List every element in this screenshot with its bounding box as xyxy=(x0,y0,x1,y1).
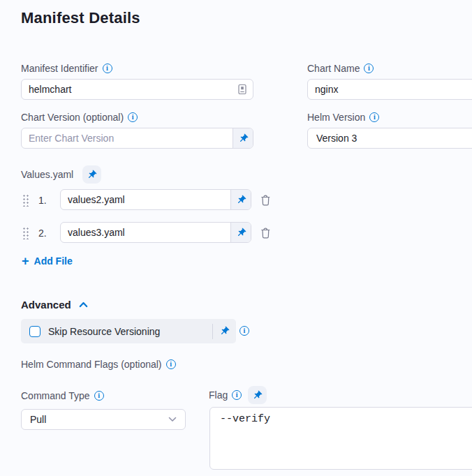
values-file-field xyxy=(60,222,251,243)
chart-version-input[interactable] xyxy=(22,128,233,148)
skip-resource-versioning-checkbox[interactable] xyxy=(29,326,40,337)
values-yaml-header: Values.yaml xyxy=(21,165,101,184)
command-type-label: Command Type i xyxy=(21,390,104,401)
delete-file-button[interactable] xyxy=(260,227,272,239)
info-icon[interactable]: i xyxy=(166,359,176,369)
pin-toggle[interactable] xyxy=(213,326,236,336)
info-icon[interactable]: i xyxy=(369,112,379,122)
flag-textarea[interactable]: --verify xyxy=(209,407,472,470)
command-type-select[interactable]: Pull xyxy=(21,409,186,430)
add-file-button[interactable]: + Add File xyxy=(22,255,73,267)
values-file-input[interactable] xyxy=(61,190,230,209)
trash-icon xyxy=(260,194,272,207)
chart-version-field xyxy=(21,128,253,149)
pin-icon xyxy=(219,326,230,336)
chart-version-label: Chart Version (optional) i xyxy=(21,112,138,123)
helm-version-select[interactable]: Version 3 xyxy=(307,128,472,149)
trash-icon xyxy=(260,227,272,239)
values-file-field xyxy=(60,189,251,210)
chevron-up-icon xyxy=(79,302,88,308)
values-file-input[interactable] xyxy=(61,223,230,242)
manifest-identifier-label: Manifest Identifier i xyxy=(21,63,112,74)
info-icon[interactable]: i xyxy=(103,64,112,73)
pin-icon xyxy=(87,170,97,180)
manifest-identifier-input[interactable] xyxy=(21,79,253,100)
manifest-identifier-field xyxy=(21,79,253,100)
pin-toggle-button[interactable] xyxy=(248,386,267,404)
info-icon[interactable]: i xyxy=(364,64,374,73)
delete-file-button[interactable] xyxy=(260,194,272,207)
edit-id-icon[interactable] xyxy=(237,84,247,95)
pin-icon xyxy=(252,390,263,401)
drag-handle-icon[interactable] xyxy=(22,226,29,239)
page-title: Manifest Details xyxy=(21,9,140,27)
pin-icon xyxy=(236,195,246,205)
drag-handle-icon[interactable] xyxy=(22,193,29,207)
pin-icon xyxy=(238,133,249,144)
file-index: 1. xyxy=(38,195,47,206)
flag-label: Flag i xyxy=(209,389,242,401)
file-index: 2. xyxy=(38,228,47,239)
pin-toggle[interactable] xyxy=(233,128,253,148)
skip-resource-versioning-label: Skip Resource Versioning xyxy=(48,326,212,337)
manifest-details-form: Manifest Details Manifest Identifier i C… xyxy=(0,0,472,476)
helm-command-flags-label: Helm Command Flags (optional) i xyxy=(21,359,176,370)
chart-name-label: Chart Name i xyxy=(307,63,374,74)
plus-icon: + xyxy=(22,256,29,266)
pin-icon xyxy=(236,228,246,238)
skip-resource-versioning-panel: Skip Resource Versioning xyxy=(21,319,236,343)
pin-toggle[interactable] xyxy=(230,223,251,242)
chart-name-input[interactable] xyxy=(307,79,472,100)
pin-toggle-button[interactable] xyxy=(82,165,101,184)
info-icon[interactable]: i xyxy=(232,390,242,400)
info-icon[interactable]: i xyxy=(239,326,249,336)
helm-version-label: Helm Version i xyxy=(307,112,379,123)
advanced-section-toggle[interactable]: Advanced xyxy=(21,299,88,311)
flag-header: Flag i xyxy=(209,386,267,404)
pin-toggle[interactable] xyxy=(230,190,251,209)
info-icon[interactable]: i xyxy=(94,391,104,401)
values-yaml-label: Values.yaml xyxy=(21,169,73,180)
info-icon[interactable]: i xyxy=(128,112,138,122)
chevron-down-icon xyxy=(168,417,177,422)
